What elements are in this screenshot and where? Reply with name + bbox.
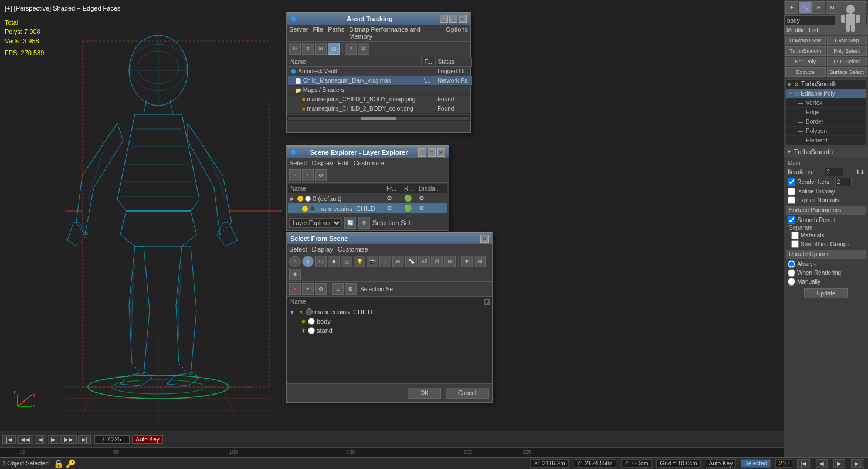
sfs-light-btn[interactable]: 💡 (354, 256, 365, 267)
timeline-play-btn[interactable]: ▶ (48, 435, 59, 444)
sfs-invert-btn[interactable]: ⊖ (444, 256, 456, 267)
sfs-close-btn[interactable]: ✕ (480, 235, 489, 243)
timeline-end-btn[interactable]: ▶| (78, 435, 91, 444)
se-menu-customize[interactable]: Customize (354, 159, 384, 166)
smoothing-groups-checkbox[interactable] (791, 240, 799, 248)
se-minimize-btn[interactable]: _ (418, 148, 426, 157)
rp-tab-create[interactable]: ✦ (785, 1, 798, 14)
menu-server[interactable]: Server (289, 26, 308, 40)
asset-minimize-btn[interactable]: _ (440, 15, 448, 23)
at-help-btn[interactable]: ? (345, 43, 357, 55)
sfs-geo-btn[interactable]: △ (341, 256, 352, 267)
se-close-btn[interactable]: ✕ (437, 148, 445, 157)
sfs-stand-item[interactable]: ☀ stand (287, 326, 492, 335)
sfs-menu-select[interactable]: Select (289, 246, 307, 253)
scene-explorer-titlebar[interactable]: 🔷 Scene Explorer - Layer Explorer _ □ ✕ (287, 147, 449, 158)
extrude-btn[interactable]: Extrude (785, 67, 826, 77)
asset-tracking-titlebar[interactable]: 🔷 Asset Tracking _ □ ✕ (287, 13, 470, 25)
timeline-prev-btn[interactable]: ◀◀ (17, 435, 33, 444)
layer-mannequins-child[interactable]: mannequins_CHILD ⚙ 🟢 ⚙ (288, 203, 447, 213)
sfs-menu-customize[interactable]: Customize (338, 246, 368, 253)
iterations-input[interactable] (825, 168, 843, 176)
isoline-checkbox[interactable] (788, 188, 795, 195)
manually-radio[interactable] (788, 278, 795, 286)
sub-item-vertex[interactable]: — Vertex (786, 98, 866, 108)
at-detail-btn[interactable]: ▤ (328, 43, 340, 55)
menu-options[interactable]: Options (446, 26, 468, 40)
modifier-turbosmooth[interactable]: ▶ ⚙ TurboSmooth (786, 80, 866, 89)
sb-fwd-btn[interactable]: ▶ (833, 459, 845, 468)
sfs-box2-btn[interactable]: ■ (328, 256, 340, 267)
sub-item-border[interactable]: — Border (786, 117, 866, 127)
menu-file[interactable]: File (313, 26, 323, 40)
at-grid-btn[interactable]: ⊞ (315, 43, 327, 55)
asset-tracking-scrollbar[interactable] (287, 115, 470, 121)
sb-end-btn[interactable]: ▶| (851, 459, 864, 468)
sfs-bone-btn[interactable]: 🦴 (405, 256, 417, 267)
timeline-back-btn[interactable]: ◀ (35, 435, 46, 444)
modifier-editable-poly[interactable]: ▼ □ Editable Poly (786, 89, 866, 98)
rp-tab-hierarchy[interactable]: H (812, 1, 825, 14)
sfs-titlebar[interactable]: Select From Scene ✕ (287, 233, 492, 244)
surface-select-btn[interactable]: Surface Select (827, 67, 867, 77)
row-color-png[interactable]: ■ mannequins_CHILD_2_BODY_color.png Foun… (288, 104, 472, 114)
uvw-map-btn[interactable]: UVW Map (827, 36, 867, 45)
sfs-filter-btn[interactable]: ▼ (461, 256, 473, 267)
at-settings-btn[interactable]: ⚙ (358, 43, 369, 55)
sub-item-edge[interactable]: — Edge (786, 108, 866, 117)
menu-bitmap-performance[interactable]: Bitmap Performance and Memory (349, 26, 441, 40)
update-button[interactable]: Update (804, 288, 847, 298)
sub-item-element[interactable]: — Element (786, 136, 866, 145)
sfs-menu-display[interactable]: Display (312, 246, 333, 253)
sfs-cancel-btn[interactable]: Cancel (446, 388, 489, 399)
sfs-circle2-btn[interactable]: ● (302, 256, 314, 267)
sfs-add-filter-btn[interactable]: + (302, 283, 314, 295)
materials-checkbox[interactable] (791, 232, 799, 239)
sfs-none-btn[interactable]: ∅ (431, 256, 443, 267)
sfs-space-btn[interactable]: ⊕ (392, 256, 404, 267)
row-nmap-png[interactable]: ■ mannequins_CHILD_1_BODY_nmap.png Found (288, 95, 472, 104)
sfs-display-btn[interactable]: 👁 (289, 269, 301, 280)
ffd-select-btn[interactable]: FFD Select (827, 57, 867, 66)
asset-close-btn[interactable]: ✕ (459, 15, 467, 23)
sfs-layer-btn[interactable]: L (332, 283, 344, 295)
se-explorer-btn1[interactable]: 🔄 (344, 217, 356, 229)
menu-paths[interactable]: Paths (328, 26, 344, 40)
poly-select-btn[interactable]: Poly Select (827, 46, 867, 56)
iterations-spinner[interactable]: ⬆⬇ (855, 169, 864, 175)
se-add-btn[interactable]: + (302, 169, 314, 181)
sub-item-polygon[interactable]: — Polygon (786, 127, 866, 136)
se-maximize-btn[interactable]: □ (428, 148, 436, 157)
timeline-fwd-btn[interactable]: ▶▶ (60, 435, 77, 444)
sfs-sort-btn[interactable]: ▼ (484, 299, 490, 305)
render-iters-input[interactable] (835, 178, 852, 186)
sb-prev-btn[interactable]: ◀ (816, 459, 828, 468)
row-mannequin-max[interactable]: 📄 Child_Mannequin_Dark_vray.max \... Net… (288, 76, 472, 86)
asset-maximize-btn[interactable]: □ (449, 15, 457, 23)
sfs-icon-btn[interactable]: ⊞ (345, 283, 357, 295)
sfs-config-btn[interactable]: ⚙ (474, 256, 486, 267)
se-menu-edit[interactable]: Edit (338, 159, 349, 166)
se-menu-select[interactable]: Select (289, 159, 307, 166)
sfs-mannequins-child[interactable]: ▼ ☀ mannequins_CHILD (287, 307, 492, 317)
sfs-box-btn[interactable]: □ (315, 256, 327, 267)
render-iters-checkbox[interactable] (788, 178, 795, 186)
layer-0-default[interactable]: ▶ 0 (default) ⚙ 🟢 ⚙ (288, 193, 447, 203)
sfs-all-btn[interactable]: All (418, 256, 430, 267)
row-maps-shaders[interactable]: 📁 Maps / Shaders (288, 86, 472, 95)
always-radio[interactable] (788, 260, 795, 268)
turbosmooth-btn[interactable]: TurboSmooth (785, 46, 826, 56)
at-refresh-btn[interactable]: ↻ (289, 43, 301, 55)
sfs-delete-filter-btn[interactable]: ✕ (289, 283, 301, 295)
timeline-start-btn[interactable]: |◀ (2, 435, 16, 444)
sfs-body-item[interactable]: ☀ body (287, 317, 492, 326)
sfs-cam-btn[interactable]: 📷 (367, 256, 378, 267)
se-delete-btn[interactable]: ✕ (289, 169, 301, 181)
se-explorer-btn2[interactable]: ⚙ (358, 217, 370, 229)
edit-poly-btn[interactable]: Edit Poly (785, 57, 826, 66)
sfs-circle-btn[interactable]: ○ (289, 256, 301, 267)
unwrap-uvw-btn[interactable]: Unwrap UVW (785, 36, 826, 45)
se-explorer-dropdown[interactable]: Layer Explorer (289, 218, 342, 228)
when-rendering-radio[interactable] (788, 269, 795, 277)
sb-play-btn[interactable]: |◀ (797, 459, 811, 468)
